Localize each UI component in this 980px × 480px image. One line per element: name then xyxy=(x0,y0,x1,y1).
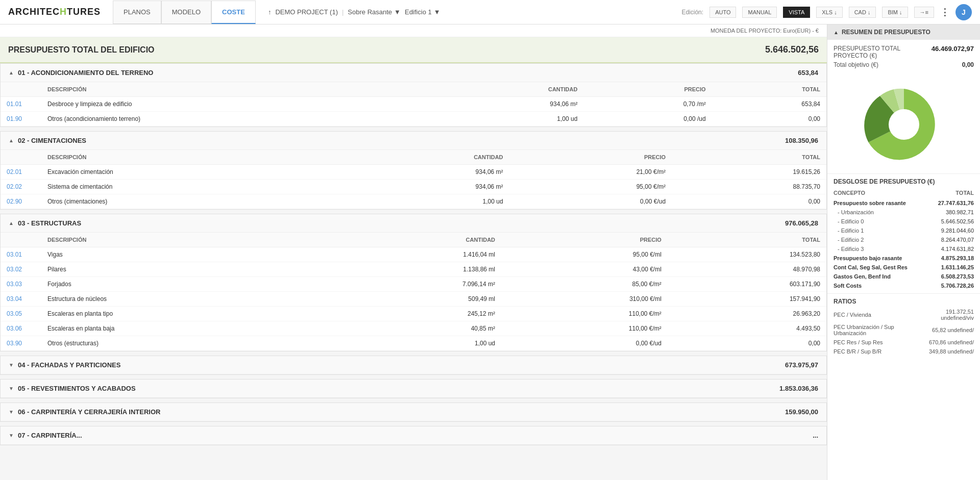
row-desc: Excavación cimentación xyxy=(41,165,347,180)
row-desc: Estructura de núcleos xyxy=(41,292,335,307)
col-code-01 xyxy=(1,82,41,97)
building-group-select[interactable]: Sobre Rasante ▼ xyxy=(348,8,401,16)
col-qty-03: CANTIDAD xyxy=(335,233,501,247)
presupuesto-total-value: 46.469.072,97 xyxy=(932,45,974,59)
section-header-05[interactable]: ▼ 05 - REVESTIMIENTOS Y ACABADOS 1.853.0… xyxy=(1,380,826,398)
table-row[interactable]: 02.01 Excavación cimentación 934,06 m² 2… xyxy=(1,165,826,180)
pie-chart xyxy=(863,84,945,165)
section-header-left-07: ▼ 07 - CARPINTERÍA... xyxy=(9,432,82,439)
section-title-04: 04 - FACHADAS Y PARTICIONES xyxy=(18,361,121,369)
row-desc: Desbroce y limpieza de edificio xyxy=(41,97,430,112)
edition-manual-button[interactable]: MANUAL xyxy=(742,7,777,18)
section-total-01: 653,84 xyxy=(798,69,818,77)
chevron-down-icon-2: ▼ xyxy=(434,8,440,16)
section-total-06: 159.950,00 xyxy=(785,408,818,416)
desglose-table: CONCEPTO TOTAL Presupuesto sobre rasante… xyxy=(827,187,980,290)
row-total: 26.963,20 xyxy=(668,307,826,321)
col-desc-03: DESCRIPCIÓN xyxy=(41,233,335,247)
section-header-04[interactable]: ▼ 04 - FACHADAS Y PARTICIONES 673.975,97 xyxy=(1,356,826,374)
table-row[interactable]: 01.90 Otros (acondicionamiento terreno) … xyxy=(1,112,826,127)
section-title-06: 06 - CARPINTERÍA Y CERRAJERÍA INTERIOR xyxy=(18,408,161,416)
section-toggle-icon-07: ▼ xyxy=(9,433,14,438)
table-row[interactable]: 03.05 Escaleras en planta tipo 245,12 m²… xyxy=(1,307,826,321)
bim-export-button[interactable]: BIM ↓ xyxy=(882,7,908,18)
row-total: 653,84 xyxy=(712,97,826,112)
row-total: 0,00 xyxy=(668,336,826,351)
building-select[interactable]: Edificio 1 ▼ xyxy=(405,8,440,16)
ratios-table: PEC / Vivienda 191.372,51 undefined/viv … xyxy=(827,307,980,356)
edition-auto-button[interactable]: AUTO xyxy=(709,7,736,18)
section-title-01: 01 - ACONDICIONAMIENTO DEL TERRENO xyxy=(18,69,154,77)
list-item: Cont Cal, Seg Sal, Gest Res 1.631.146,25 xyxy=(827,263,980,272)
table-row[interactable]: 01.01 Desbroce y limpieza de edificio 93… xyxy=(1,97,826,112)
row-code: 03.01 xyxy=(1,247,41,262)
section-header-07[interactable]: ▼ 07 - CARPINTERÍA... ... xyxy=(1,426,826,445)
col-price-02: PRECIO xyxy=(509,150,672,165)
section-01: ▲ 01 - ACONDICIONAMIENTO DEL TERRENO 653… xyxy=(0,63,827,127)
col-price-03: PRECIO xyxy=(501,233,668,247)
row-total: 0,00 xyxy=(712,112,826,127)
section-header-02[interactable]: ▲ 02 - CIMENTACIONES 108.350,96 xyxy=(1,132,826,150)
section-07: ▼ 07 - CARPINTERÍA... ... xyxy=(0,426,827,445)
total-building-value: 5.646.502,56 xyxy=(765,44,819,55)
section-03: ▲ 03 - ESTRUCTURAS 976.065,28 DESCRIPCIÓ… xyxy=(0,214,827,351)
section-header-01[interactable]: ▲ 01 - ACONDICIONAMIENTO DEL TERRENO 653… xyxy=(1,64,826,82)
row-code: 03.03 xyxy=(1,277,41,292)
options-icon[interactable]: ⋮ xyxy=(940,7,949,18)
section-header-03[interactable]: ▲ 03 - ESTRUCTURAS 976.065,28 xyxy=(1,214,826,233)
section-header-left-01: ▲ 01 - ACONDICIONAMIENTO DEL TERRENO xyxy=(9,69,153,77)
row-code: 02.90 xyxy=(1,194,41,209)
section-header-left-05: ▼ 05 - REVESTIMIENTOS Y ACABADOS xyxy=(9,385,136,392)
section-header-left-06: ▼ 06 - CARPINTERÍA Y CERRAJERÍA INTERIOR xyxy=(9,408,160,416)
row-total: 0,00 xyxy=(672,194,826,209)
tab-coste[interactable]: COSTE xyxy=(211,1,256,24)
col-price-01: PRECIO xyxy=(583,82,712,97)
pie-chart-container xyxy=(827,75,980,173)
table-row[interactable]: 03.06 Escaleras en planta baja 40,85 m² … xyxy=(1,321,826,336)
row-quantity: 1,00 ud xyxy=(347,194,509,209)
row-price: 0,70 /m² xyxy=(583,97,712,112)
xls-export-button[interactable]: XLS ↓ xyxy=(816,7,842,18)
edition-vista-button[interactable]: VISTA xyxy=(783,7,810,18)
desglose-total-value: 1.631.146,25 xyxy=(925,263,980,272)
table-row[interactable]: 03.01 Vigas 1.416,04 ml 95,00 €/ml 134.5… xyxy=(1,247,826,262)
user-avatar[interactable]: J xyxy=(955,4,972,20)
desglose-total-value: 8.264.470,07 xyxy=(925,235,980,244)
section-toggle-icon-01: ▲ xyxy=(9,70,14,75)
tab-modelo[interactable]: MODELO xyxy=(161,1,211,24)
section-toggle-icon-06: ▼ xyxy=(9,409,14,415)
row-desc: Vigas xyxy=(41,247,335,262)
table-row[interactable]: 02.90 Otros (cimentaciones) 1,00 ud 0,00… xyxy=(1,194,826,209)
section-header-left-04: ▼ 04 - FACHADAS Y PARTICIONES xyxy=(9,361,120,369)
table-row[interactable]: 02.02 Sistema de cimentación 934,06 m² 9… xyxy=(1,180,826,194)
project-name[interactable]: DEMO PROJECT (1) xyxy=(275,8,338,16)
project-info: ↑ DEMO PROJECT (1) | Sobre Rasante ▼ Edi… xyxy=(268,8,440,16)
table-row[interactable]: 03.90 Otros (estructuras) 1,00 ud 0,00 €… xyxy=(1,336,826,351)
desglose-concept: Gastos Gen, Benf Ind xyxy=(827,272,925,281)
section-title-02: 02 - CIMENTACIONES xyxy=(18,137,86,144)
building-label: Edificio 1 xyxy=(405,8,432,16)
currency-text: MONEDA DEL PROYECTO: Euro(EUR) - € xyxy=(710,28,819,34)
section-header-06[interactable]: ▼ 06 - CARPINTERÍA Y CERRAJERÍA INTERIOR… xyxy=(1,403,826,421)
section-total-02: 108.350,96 xyxy=(785,137,818,144)
row-quantity: 934,06 m² xyxy=(430,97,583,112)
row-quantity: 934,06 m² xyxy=(347,180,509,194)
row-total: 48.970,98 xyxy=(668,262,826,277)
cad-export-button[interactable]: CAD ↓ xyxy=(849,7,876,18)
tab-planos[interactable]: PLANOS xyxy=(113,1,161,24)
ratio-label: PEC Res / Sup Res xyxy=(827,338,915,347)
table-row[interactable]: 03.02 Pilares 1.138,86 ml 43,00 €/ml 48.… xyxy=(1,262,826,277)
sidebar-presupuesto-total: PRESUPUESTO TOTAL PROYECTO (€) 46.469.07… xyxy=(827,40,980,75)
row-price: 85,00 €/m² xyxy=(501,277,668,292)
row-total: 603.171,90 xyxy=(668,277,826,292)
row-quantity: 7.096,14 m² xyxy=(335,277,501,292)
row-price: 95,00 €/ml xyxy=(501,247,668,262)
row-quantity: 245,12 m² xyxy=(335,307,501,321)
more-export-button[interactable]: →≡ xyxy=(914,7,934,18)
desglose-total-value: 27.747.631,76 xyxy=(925,198,980,208)
section-table-03: DESCRIPCIÓN CANTIDAD PRECIO TOTAL 03.01 … xyxy=(1,233,826,351)
table-row[interactable]: 03.04 Estructura de núcleos 509,49 ml 31… xyxy=(1,292,826,307)
section-toggle-icon-02: ▲ xyxy=(9,138,14,143)
row-price: 43,00 €/ml xyxy=(501,262,668,277)
table-row[interactable]: 03.03 Forjados 7.096,14 m² 85,00 €/m² 60… xyxy=(1,277,826,292)
